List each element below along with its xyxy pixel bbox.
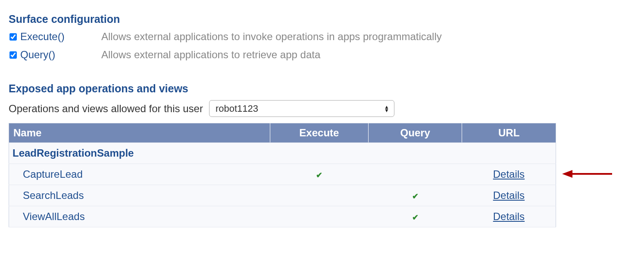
query-label: Query() bbox=[20, 49, 55, 61]
query-desc: Allows external applications to retrieve… bbox=[101, 49, 320, 61]
details-link[interactable]: Details bbox=[493, 211, 525, 222]
user-filter-label: Operations and views allowed for this us… bbox=[9, 103, 203, 115]
config-cb-col: Query() bbox=[9, 49, 101, 61]
exposed-title: Exposed app operations and views bbox=[9, 82, 635, 95]
user-filter-row: Operations and views allowed for this us… bbox=[9, 100, 635, 117]
op-name: ViewAllLeads bbox=[9, 206, 270, 227]
op-execute-cell bbox=[270, 206, 369, 227]
op-url-cell: Details bbox=[462, 185, 556, 206]
op-name: CaptureLead bbox=[9, 164, 270, 185]
col-execute: Execute bbox=[270, 123, 369, 143]
col-query: Query bbox=[369, 123, 462, 143]
config-row-query: Query()Allows external applications to r… bbox=[9, 49, 635, 61]
table-row: ViewAllLeads✔Details bbox=[9, 206, 556, 227]
table-row: CaptureLead✔Details bbox=[9, 164, 556, 185]
user-select[interactable]: robot1123 bbox=[209, 100, 394, 117]
operations-table: Name Execute Query URL LeadRegistrationS… bbox=[9, 123, 556, 227]
op-execute-cell: ✔ bbox=[270, 164, 369, 185]
op-url-cell: Details bbox=[462, 164, 556, 185]
details-link[interactable]: Details bbox=[493, 168, 525, 180]
check-icon: ✔ bbox=[412, 192, 419, 201]
config-cb-col: Execute() bbox=[9, 31, 101, 43]
svg-marker-1 bbox=[562, 170, 572, 178]
op-name: SearchLeads bbox=[9, 185, 270, 206]
config-row-execute: Execute()Allows external applications to… bbox=[9, 31, 635, 43]
op-query-cell bbox=[369, 164, 462, 185]
execute-checkbox[interactable] bbox=[9, 33, 17, 41]
arrow-left-icon bbox=[561, 167, 613, 180]
col-name: Name bbox=[9, 123, 270, 143]
table-group-row: LeadRegistrationSample bbox=[9, 143, 556, 164]
group-name: LeadRegistrationSample bbox=[9, 143, 556, 164]
table-row: SearchLeads✔Details bbox=[9, 185, 556, 206]
query-checkbox[interactable] bbox=[9, 51, 17, 59]
execute-desc: Allows external applications to invoke o… bbox=[101, 31, 442, 43]
op-url-cell: Details bbox=[462, 206, 556, 227]
op-query-cell: ✔ bbox=[369, 206, 462, 227]
details-link[interactable]: Details bbox=[493, 189, 525, 201]
check-icon: ✔ bbox=[412, 213, 419, 222]
check-icon: ✔ bbox=[316, 171, 322, 179]
execute-label: Execute() bbox=[20, 31, 65, 43]
page-root: Surface configuration Execute()Allows ex… bbox=[9, 13, 635, 227]
col-url: URL bbox=[462, 123, 556, 143]
user-select-wrap: robot1123 ▲▼ bbox=[209, 100, 394, 117]
surface-config-list: Execute()Allows external applications to… bbox=[9, 31, 635, 61]
table-header-row: Name Execute Query URL bbox=[9, 123, 556, 143]
op-execute-cell bbox=[270, 185, 369, 206]
exposed-block: Exposed app operations and views Operati… bbox=[9, 82, 635, 227]
op-query-cell: ✔ bbox=[369, 185, 462, 206]
surface-config-title: Surface configuration bbox=[9, 13, 635, 25]
